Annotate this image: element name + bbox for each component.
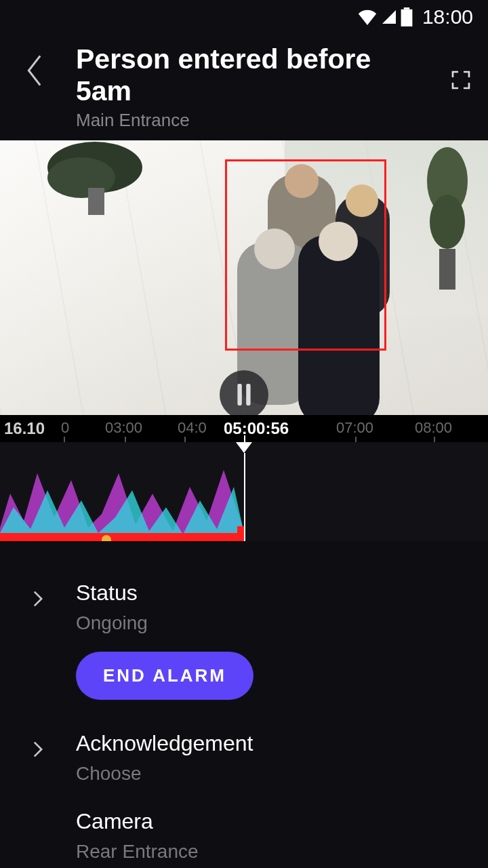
timeline-tick: 04:0 (178, 419, 207, 437)
end-alarm-button[interactable]: END ALARM (76, 652, 253, 700)
pause-icon (235, 384, 253, 406)
page-title: Person entered before 5am (76, 43, 434, 107)
timeline-playhead-icon[interactable] (236, 442, 252, 453)
acknowledgement-value: Choose (76, 763, 474, 785)
alarm-span-bar (0, 533, 244, 541)
timeline-tick: 08:00 (415, 419, 452, 437)
status-row[interactable]: Status Ongoing END ALARM (0, 568, 488, 719)
pause-button[interactable] (220, 370, 268, 415)
video-viewport[interactable] (0, 140, 488, 415)
fullscreen-button[interactable] (447, 66, 474, 94)
svg-rect-1 (404, 7, 409, 9)
chevron-right-icon (27, 590, 49, 608)
acknowledgement-row[interactable]: Acknowledgement Choose (0, 719, 488, 797)
status-value: Ongoing (76, 612, 474, 634)
battery-icon (401, 7, 413, 26)
camera-label: Camera (76, 809, 474, 834)
svg-rect-8 (237, 384, 241, 406)
timeline-scrub-line[interactable] (244, 453, 245, 541)
camera-value: Rear Entrance (76, 841, 474, 863)
alarm-details: Status Ongoing END ALARM Acknowledgement… (0, 541, 488, 868)
camera-row[interactable]: Camera Rear Entrance (0, 797, 488, 868)
svg-rect-9 (246, 384, 250, 406)
activity-graph[interactable] (0, 453, 488, 541)
svg-rect-0 (401, 9, 413, 26)
timeline-tick: 0 (61, 419, 69, 437)
chevron-left-icon (25, 54, 45, 87)
detection-bounding-box (225, 159, 386, 351)
svg-point-6 (430, 195, 465, 249)
android-status-bar: 18:00 (0, 0, 488, 34)
fullscreen-icon (450, 69, 472, 91)
timeline-date: 16.10 (4, 419, 45, 438)
timeline-tick: 03:00 (105, 419, 142, 437)
header-text: Person entered before 5am Main Entrance (76, 43, 434, 131)
back-button[interactable] (8, 43, 62, 98)
plant-decor (41, 140, 149, 229)
chevron-right-icon (27, 741, 49, 758)
svg-rect-4 (88, 188, 104, 215)
svg-point-3 (47, 157, 115, 198)
cellular-icon (380, 9, 398, 25)
page-header: Person entered before 5am Main Entrance (0, 34, 488, 140)
acknowledgement-label: Acknowledgement (76, 731, 474, 756)
svg-rect-7 (439, 249, 455, 290)
timeline-tick: 07:00 (336, 419, 373, 437)
page-subtitle: Main Entrance (76, 110, 434, 131)
plant-decor (413, 147, 481, 296)
status-label: Status (76, 580, 474, 606)
timeline-ruler[interactable]: 16.10 0 03:00 04:0 05:00:56 07:00 08:00 (0, 415, 488, 442)
timeline-current-time: 05:00:56 (224, 419, 289, 438)
wifi-icon (357, 9, 378, 25)
status-bar-time: 18:00 (422, 5, 473, 28)
event-marker-dot[interactable] (102, 535, 111, 541)
